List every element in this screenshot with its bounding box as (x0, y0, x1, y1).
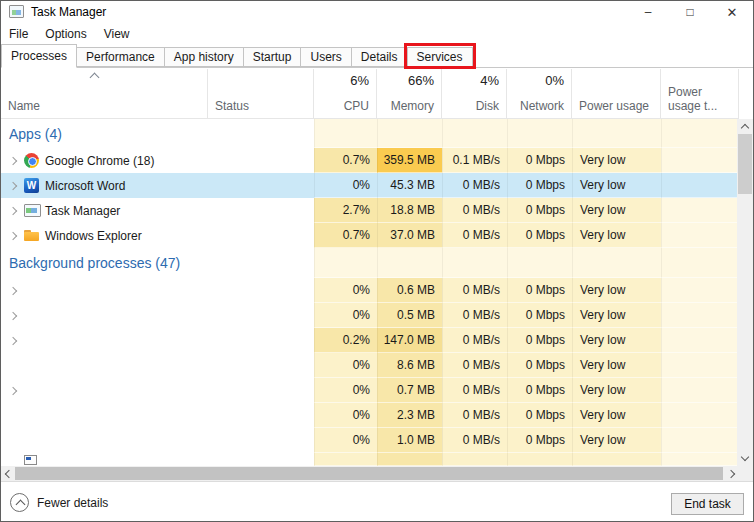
expand-chevron-icon[interactable] (8, 156, 18, 166)
tab-services[interactable]: Services (408, 47, 473, 67)
app-window-icon (24, 455, 37, 465)
vertical-scrollbar[interactable] (737, 119, 753, 466)
table-row[interactable]: 0.2% 147.0 MB 0 MB/s 0 Mbps Very low (1, 328, 739, 353)
power-usage-cell: Very low (572, 403, 661, 428)
tab-strip: Processes Performance App history Startu… (1, 44, 753, 68)
power-usage-cell: Very low (572, 353, 661, 378)
expand-chevron-icon[interactable] (8, 336, 18, 346)
expand-chevron-icon[interactable] (8, 311, 18, 321)
process-name: Task Manager (45, 204, 120, 218)
status-cell (208, 353, 314, 378)
memory-column-label: Memory (391, 99, 434, 113)
table-row[interactable]: 0% 1.0 MB 0 MB/s 0 Mbps Very low (1, 428, 739, 453)
table-row-google-chrome[interactable]: Google Chrome (18) 0.7% 359.5 MB 0.1 MB/… (1, 148, 739, 173)
network-cell: 0 Mbps (507, 278, 572, 303)
menu-options[interactable]: Options (45, 27, 86, 41)
horizontal-scrollbar[interactable] (1, 466, 739, 481)
expand-chevron-icon[interactable] (8, 386, 18, 396)
tab-processes[interactable]: Processes (1, 44, 77, 68)
vertical-scrollbar-thumb[interactable] (738, 134, 752, 194)
tab-startup[interactable]: Startup (244, 47, 302, 67)
fewer-details-toggle[interactable]: Fewer details (10, 493, 108, 512)
menu-view[interactable]: View (104, 27, 130, 41)
memory-cell: 18.8 MB (377, 198, 442, 223)
table-row[interactable]: 0% 2.3 MB 0 MB/s 0 Mbps Very low (1, 403, 739, 428)
network-cell: 0 Mbps (507, 353, 572, 378)
power-usage-column-label: Power usage (579, 99, 649, 113)
table-row-partial[interactable] (1, 453, 739, 466)
network-cell: 0 Mbps (507, 428, 572, 453)
expand-chevron-icon[interactable] (8, 231, 18, 241)
column-header-power-usage-trend[interactable]: Power usage t... (661, 69, 739, 119)
column-header-power-usage[interactable]: Power usage (572, 69, 661, 119)
fewer-details-label: Fewer details (37, 496, 108, 510)
power-usage-cell: Very low (572, 428, 661, 453)
column-header-name[interactable]: Name (1, 69, 208, 119)
column-header-cpu[interactable]: 6% CPU (314, 69, 377, 119)
column-headers: Name Status 6% CPU 66% Memory 4% Disk 0%… (1, 69, 739, 119)
end-task-button[interactable]: End task (671, 493, 744, 515)
column-header-memory[interactable]: 66% Memory (377, 69, 442, 119)
disk-cell: 0 MB/s (442, 353, 507, 378)
expand-chevron-icon[interactable] (8, 286, 18, 296)
maximize-button[interactable]: □ (669, 1, 711, 23)
table-row-windows-explorer[interactable]: Windows Explorer 0.7% 37.0 MB 0 MB/s 0 M… (1, 223, 739, 248)
table-row[interactable]: 0% 0.6 MB 0 MB/s 0 Mbps Very low (1, 278, 739, 303)
table-row[interactable]: 0% 0.5 MB 0 MB/s 0 Mbps Very low (1, 303, 739, 328)
status-cell (208, 303, 314, 328)
scroll-up-icon[interactable] (741, 123, 749, 131)
section-title-apps: Apps (4) (1, 119, 314, 148)
minimize-button[interactable]: – (627, 1, 669, 23)
expand-chevron-icon[interactable] (8, 206, 18, 216)
scroll-down-icon[interactable] (741, 454, 749, 462)
name-column-label: Name (8, 99, 40, 113)
network-cell: 0 Mbps (507, 378, 572, 403)
status-cell (208, 173, 314, 198)
network-cell: 0 Mbps (507, 223, 572, 248)
network-cell: 0 Mbps (507, 148, 572, 173)
power-trend-cell (661, 378, 739, 403)
close-button[interactable]: ✕ (711, 1, 753, 23)
expand-chevron-icon[interactable] (8, 181, 18, 191)
disk-cell: 0 MB/s (442, 173, 507, 198)
tab-performance[interactable]: Performance (77, 47, 165, 67)
column-header-status[interactable]: Status (208, 69, 314, 119)
process-name: Windows Explorer (45, 229, 142, 243)
table-row-task-manager[interactable]: Task Manager 2.7% 18.8 MB 0 MB/s 0 Mbps … (1, 198, 739, 223)
status-cell (208, 148, 314, 173)
memory-cell: 1.0 MB (377, 428, 442, 453)
scroll-right-icon[interactable] (728, 470, 736, 478)
tab-details[interactable]: Details (352, 47, 408, 67)
tab-app-history[interactable]: App history (165, 47, 244, 67)
table-row-microsoft-word[interactable]: Microsoft Word 0% 45.3 MB 0 MB/s 0 Mbps … (1, 173, 739, 198)
section-title-background-processes: Background processes (47) (1, 248, 314, 278)
status-cell (208, 378, 314, 403)
column-header-network[interactable]: 0% Network (507, 69, 572, 119)
menu-file[interactable]: File (9, 27, 28, 41)
power-trend-cell (661, 403, 739, 428)
network-cell: 0 Mbps (507, 403, 572, 428)
cpu-cell: 0.7% (314, 223, 377, 248)
power-trend-cell (661, 148, 739, 173)
power-usage-cell: Very low (572, 303, 661, 328)
section-header-background-processes[interactable]: Background processes (47) (1, 248, 739, 278)
menu-bar: File Options View (1, 23, 753, 44)
power-trend-cell (661, 173, 739, 198)
network-column-label: Network (520, 99, 564, 113)
chrome-icon (24, 153, 39, 168)
disk-total-value: 4% (480, 73, 499, 88)
section-header-apps[interactable]: Apps (4) (1, 119, 739, 148)
cpu-cell: 0.7% (314, 148, 377, 173)
status-cell (208, 428, 314, 453)
power-usage-cell: Very low (572, 378, 661, 403)
power-usage-cell: Very low (572, 328, 661, 353)
cpu-cell: 0% (314, 403, 377, 428)
table-row[interactable]: 0% 0.7 MB 0 MB/s 0 Mbps Very low (1, 378, 739, 403)
cpu-cell: 0% (314, 303, 377, 328)
column-header-disk[interactable]: 4% Disk (442, 69, 507, 119)
table-row[interactable]: 0% 8.6 MB 0 MB/s 0 Mbps Very low (1, 353, 739, 378)
horizontal-scrollbar-thumb[interactable] (15, 467, 723, 480)
status-cell (208, 198, 314, 223)
tab-users[interactable]: Users (301, 47, 351, 67)
scroll-left-icon[interactable] (4, 470, 12, 478)
